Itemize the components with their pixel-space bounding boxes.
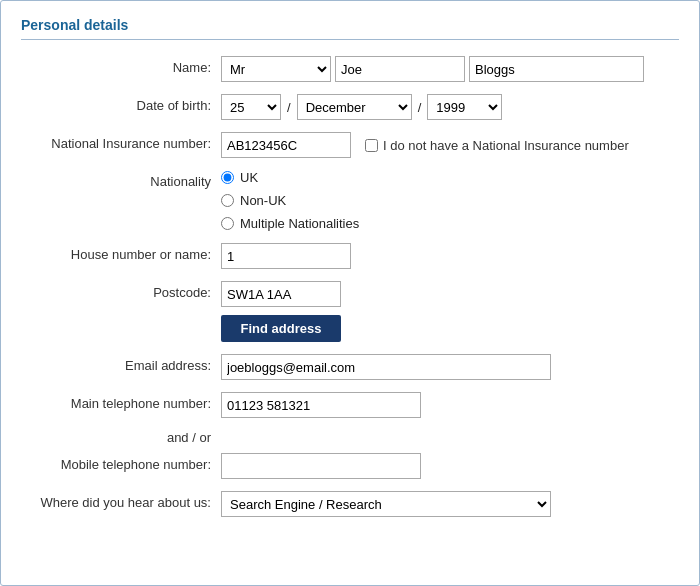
ni-label: National Insurance number: — [21, 132, 221, 151]
dob-label: Date of birth: — [21, 94, 221, 113]
mobile-row: Mobile telephone number: — [21, 453, 679, 479]
email-input[interactable] — [221, 354, 551, 380]
mobile-controls — [221, 453, 421, 479]
nationality-nonuk-label: Non-UK — [240, 193, 286, 208]
nationality-label: Nationality — [21, 170, 221, 189]
mobile-label: Mobile telephone number: — [21, 453, 221, 472]
dob-controls: 25 12345 678910 1112131415 1617181920 21… — [221, 94, 502, 120]
nationality-uk-radio[interactable] — [221, 171, 234, 184]
nationality-row: Nationality UK Non-UK Multiple Nationali… — [21, 170, 679, 231]
nationality-uk-option[interactable]: UK — [221, 170, 359, 185]
nationality-multiple-radio[interactable] — [221, 217, 234, 230]
name-label: Name: — [21, 56, 221, 75]
name-row: Name: Mr Mrs Miss Ms Dr — [21, 56, 679, 82]
last-name-input[interactable] — [469, 56, 644, 82]
ni-row: National Insurance number: I do not have… — [21, 132, 679, 158]
personal-details-form: Personal details Name: Mr Mrs Miss Ms Dr… — [0, 0, 700, 586]
nationality-uk-label: UK — [240, 170, 258, 185]
postcode-row: Postcode: Find address — [21, 281, 679, 342]
nationality-radio-group: UK Non-UK Multiple Nationalities — [221, 170, 359, 231]
section-title: Personal details — [21, 17, 679, 40]
dob-separator-1: / — [285, 100, 293, 115]
name-title-select[interactable]: Mr Mrs Miss Ms Dr — [221, 56, 331, 82]
first-name-input[interactable] — [335, 56, 465, 82]
ni-checkbox[interactable] — [365, 139, 378, 152]
phone-label: Main telephone number: — [21, 392, 221, 411]
source-row: Where did you hear about us: Search Engi… — [21, 491, 679, 517]
house-controls — [221, 243, 351, 269]
phone-controls — [221, 392, 421, 418]
house-label: House number or name: — [21, 243, 221, 262]
source-select[interactable]: Search Engine / Research Friend / Family… — [221, 491, 551, 517]
postcode-input[interactable] — [221, 281, 341, 307]
nationality-nonuk-radio[interactable] — [221, 194, 234, 207]
email-controls — [221, 354, 551, 380]
source-controls: Search Engine / Research Friend / Family… — [221, 491, 551, 517]
postcode-controls: Find address — [221, 281, 341, 342]
ni-checkbox-text: I do not have a National Insurance numbe… — [383, 138, 629, 153]
nationality-multiple-label: Multiple Nationalities — [240, 216, 359, 231]
mobile-input[interactable] — [221, 453, 421, 479]
phone-input[interactable] — [221, 392, 421, 418]
source-label: Where did you hear about us: — [21, 491, 221, 510]
ni-controls: I do not have a National Insurance numbe… — [221, 132, 629, 158]
ni-checkbox-label[interactable]: I do not have a National Insurance numbe… — [365, 138, 629, 153]
dob-row: Date of birth: 25 12345 678910 111213141… — [21, 94, 679, 120]
andor-row: and / or — [21, 430, 679, 445]
email-label: Email address: — [21, 354, 221, 373]
dob-separator-2: / — [416, 100, 424, 115]
ni-input[interactable] — [221, 132, 351, 158]
nationality-nonuk-option[interactable]: Non-UK — [221, 193, 359, 208]
dob-day-select[interactable]: 25 12345 678910 1112131415 1617181920 21… — [221, 94, 281, 120]
find-address-button[interactable]: Find address — [221, 315, 341, 342]
phone-row: Main telephone number: — [21, 392, 679, 418]
house-row: House number or name: — [21, 243, 679, 269]
email-row: Email address: — [21, 354, 679, 380]
dob-month-select[interactable]: JanuaryFebruaryMarchApril MayJuneJulyAug… — [297, 94, 412, 120]
name-controls: Mr Mrs Miss Ms Dr — [221, 56, 644, 82]
dob-year-select[interactable]: 1999 1998199719961995 20002001 — [427, 94, 502, 120]
nationality-multiple-option[interactable]: Multiple Nationalities — [221, 216, 359, 231]
postcode-label: Postcode: — [21, 281, 221, 300]
house-input[interactable] — [221, 243, 351, 269]
andor-label: and / or — [21, 430, 221, 445]
